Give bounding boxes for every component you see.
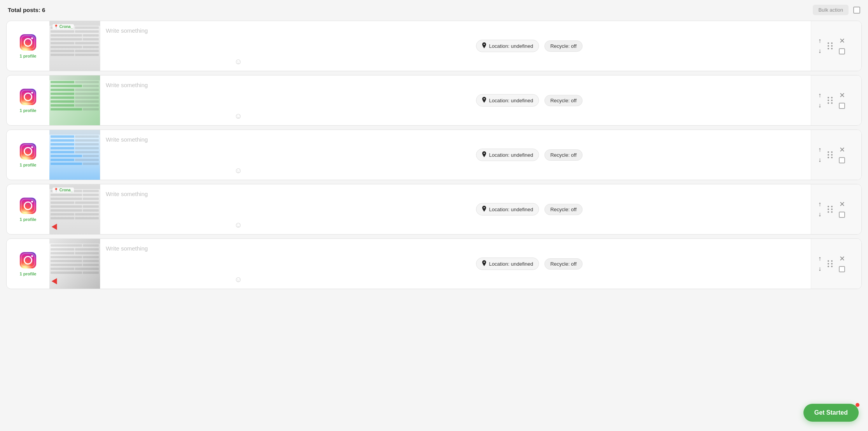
move-up-button[interactable]: ↑: [817, 37, 822, 45]
emoji-button[interactable]: ☺: [234, 112, 242, 121]
profile-label: 1 profile: [20, 108, 37, 113]
arrow-group: ↑↓: [817, 37, 822, 55]
recycle-badge-4[interactable]: Recycle: off: [544, 204, 583, 215]
post-thumbnail-5[interactable]: [49, 239, 100, 289]
recycle-badge-3[interactable]: Recycle: off: [544, 149, 583, 161]
post-controls-2: ↑↓✕: [811, 75, 861, 125]
drag-handle[interactable]: [828, 260, 833, 267]
post-profile-5[interactable]: 1 profile: [7, 239, 49, 289]
instagram-icon: [19, 142, 37, 160]
post-controls-4: ↑↓✕: [811, 184, 861, 234]
move-down-button[interactable]: ↓: [817, 47, 822, 55]
location-badge-3[interactable]: Location: undefined: [476, 149, 539, 161]
arrow-group: ↑↓: [817, 91, 822, 109]
drag-handle[interactable]: [828, 151, 833, 158]
card-actions: ✕: [839, 92, 845, 109]
move-down-button[interactable]: ↓: [817, 102, 822, 109]
write-area-3[interactable]: Write something☺: [100, 130, 248, 180]
svg-point-10: [31, 146, 33, 148]
move-down-button[interactable]: ↓: [817, 156, 822, 164]
arrow-group: ↑↓: [817, 255, 822, 273]
card-actions: ✕: [839, 201, 845, 218]
card-actions: ✕: [839, 37, 845, 54]
drag-handle[interactable]: [828, 42, 833, 49]
post-controls-5: ↑↓✕: [811, 239, 861, 289]
location-badge-1[interactable]: Location: undefined: [476, 40, 539, 52]
post-profile-3[interactable]: 1 profile: [7, 130, 49, 180]
location-badge-2[interactable]: Location: undefined: [476, 94, 539, 107]
post-card-1: 1 profile📍 Crona_Write something☺Locatio…: [6, 21, 862, 71]
select-all-checkbox[interactable]: [853, 7, 860, 14]
post-profile-1[interactable]: 1 profile: [7, 21, 49, 71]
instagram-icon: [19, 197, 37, 215]
write-placeholder-2: Write something: [106, 80, 242, 109]
svg-point-18: [31, 255, 33, 257]
location-badge-5[interactable]: Location: undefined: [476, 258, 539, 270]
delete-post-button[interactable]: ✕: [839, 146, 845, 153]
post-checkbox[interactable]: [839, 157, 845, 163]
instagram-icon: [19, 88, 37, 106]
write-area-4[interactable]: Write something☺: [100, 184, 248, 234]
delete-post-button[interactable]: ✕: [839, 201, 845, 208]
location-pin-icon: [482, 151, 486, 158]
recycle-badge-2[interactable]: Recycle: off: [544, 95, 583, 106]
post-profile-2[interactable]: 1 profile: [7, 75, 49, 125]
card-actions: ✕: [839, 146, 845, 163]
location-text: Location: undefined: [489, 43, 533, 49]
drag-handle[interactable]: [828, 206, 833, 213]
posts-list: 1 profile📍 Crona_Write something☺Locatio…: [6, 21, 862, 289]
post-meta-5: Location: undefinedRecycle: off: [248, 239, 811, 289]
svg-point-14: [31, 201, 33, 203]
move-up-button[interactable]: ↑: [817, 200, 822, 208]
post-checkbox[interactable]: [839, 212, 845, 218]
profile-label: 1 profile: [20, 54, 37, 58]
write-area-2[interactable]: Write something☺: [100, 75, 248, 125]
notification-dot: [856, 403, 859, 407]
location-text: Location: undefined: [489, 207, 533, 212]
post-card-4: 1 profile📍 Crona_Write something☺Locatio…: [6, 184, 862, 235]
post-checkbox[interactable]: [839, 48, 845, 54]
move-up-button[interactable]: ↑: [817, 91, 822, 99]
bulk-action-button[interactable]: Bulk action: [813, 5, 849, 15]
emoji-button[interactable]: ☺: [234, 57, 242, 66]
move-down-button[interactable]: ↓: [817, 265, 822, 273]
post-profile-4[interactable]: 1 profile: [7, 184, 49, 234]
move-up-button[interactable]: ↑: [817, 255, 822, 263]
get-started-label: Get Started: [814, 409, 848, 416]
post-thumbnail-2[interactable]: [49, 75, 100, 125]
get-started-button[interactable]: Get Started: [803, 404, 859, 422]
posts-header: Total posts: 6 Bulk action: [6, 5, 862, 15]
delete-post-button[interactable]: ✕: [839, 92, 845, 99]
location-text: Location: undefined: [489, 152, 533, 158]
post-thumbnail-3[interactable]: [49, 130, 100, 180]
emoji-button[interactable]: ☺: [234, 221, 242, 230]
write-placeholder-5: Write something: [106, 244, 242, 272]
svg-point-6: [31, 92, 33, 94]
post-card-2: 1 profileWrite something☺Location: undef…: [6, 75, 862, 126]
post-thumbnail-4[interactable]: 📍 Crona_: [49, 184, 100, 234]
delete-post-button[interactable]: ✕: [839, 255, 845, 262]
recycle-badge-1[interactable]: Recycle: off: [544, 40, 583, 52]
post-meta-2: Location: undefinedRecycle: off: [248, 75, 811, 125]
instagram-icon: [19, 251, 37, 269]
profile-label: 1 profile: [20, 217, 37, 222]
location-pin-icon: [482, 260, 486, 267]
location-pin-icon: [482, 42, 486, 49]
write-placeholder-1: Write something: [106, 26, 242, 54]
delete-post-button[interactable]: ✕: [839, 37, 845, 44]
post-checkbox[interactable]: [839, 103, 845, 109]
post-thumbnail-1[interactable]: 📍 Crona_: [49, 21, 100, 71]
post-card-5: 1 profileWrite something☺Location: undef…: [6, 238, 862, 289]
move-up-button[interactable]: ↑: [817, 146, 822, 154]
post-checkbox[interactable]: [839, 266, 845, 272]
emoji-button[interactable]: ☺: [234, 166, 242, 175]
emoji-button[interactable]: ☺: [234, 275, 242, 284]
drag-handle[interactable]: [828, 97, 833, 104]
write-placeholder-3: Write something: [106, 135, 242, 163]
write-area-5[interactable]: Write something☺: [100, 239, 248, 289]
post-meta-4: Location: undefinedRecycle: off: [248, 184, 811, 234]
location-badge-4[interactable]: Location: undefined: [476, 203, 539, 216]
recycle-badge-5[interactable]: Recycle: off: [544, 258, 583, 270]
write-area-1[interactable]: Write something☺: [100, 21, 248, 71]
move-down-button[interactable]: ↓: [817, 210, 822, 218]
